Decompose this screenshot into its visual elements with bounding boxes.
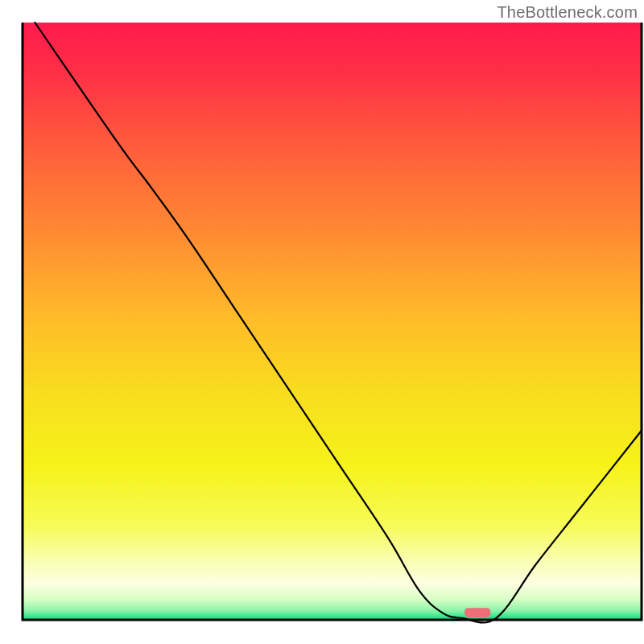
chart-container: TheBottleneck.com [0, 0, 644, 644]
bottleneck-chart [0, 0, 644, 644]
gradient-background [23, 23, 642, 620]
watermark-text: TheBottleneck.com [497, 3, 638, 22]
optimal-range-marker [464, 608, 490, 617]
